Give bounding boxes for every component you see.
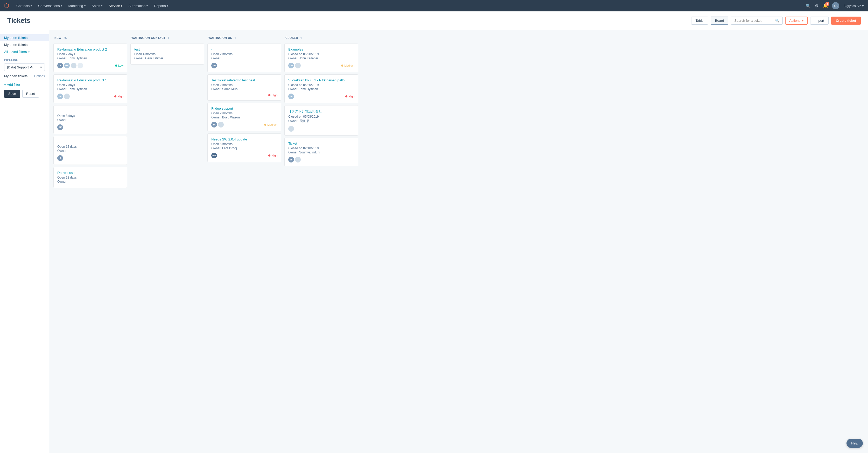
pipeline-select[interactable]: [Data] Support Pi... ▾ [4,64,45,71]
filter-section: My open tickets Options [0,72,49,82]
card-priority: High [268,94,277,97]
card-footer [288,126,354,132]
avatar-1 [295,157,301,162]
sidebar-item-my-open-tickets-1[interactable]: My open tickets [0,34,49,41]
user-menu[interactable]: Biglytics AP ▾ [843,4,864,8]
nav-contacts[interactable]: Contacts ▾ [13,0,35,11]
search-input[interactable] [734,19,773,23]
card-waiting-us-3[interactable]: Needs SW 2.0.4 updateOpen 5 monthsOwner:… [208,133,281,162]
notifications-icon[interactable]: 🔔 3 [823,3,828,8]
card-closed-0[interactable]: ExamplesClosed on 05/20/2019Owner: John … [284,43,358,72]
avatar-0: SF [288,157,294,162]
column-title-waiting-contact: WAITING ON CONTACT [131,36,166,39]
card-footer: AK [57,124,123,130]
priority-label: High [118,95,123,98]
header-actions: Table Board 🔍 Actions ▾ Import Create ti… [691,17,861,25]
save-button[interactable]: Save [4,90,20,98]
card-footer: HMHigh [211,153,277,158]
card-open: Open 7 days [57,83,123,87]
card-closed-1[interactable]: Vuoreksen koulu 1 - Rikkinäinen palloClo… [284,74,358,103]
pipeline-caret: ▾ [40,65,42,69]
nav-right-section: 🔍 ⚙ 🔔 3 BA Biglytics AP ▾ [806,2,864,9]
card-title: Ticket [288,141,354,145]
card-waiting-us-0[interactable]: -Open 2 monthsOwner:PP [208,43,281,72]
avatar-0: LW [288,63,294,68]
card-waiting-us-1[interactable]: Test ticket related to test dealOpen 2 m… [208,74,281,101]
contacts-caret: ▾ [31,4,32,7]
card-owner: Owner: [57,118,123,122]
create-ticket-button[interactable]: Create ticket [831,17,861,25]
sidebar-item-my-open-tickets-2[interactable]: My open tickets [0,41,49,48]
sidebar-all-filters[interactable]: All saved filters > [0,48,49,55]
page-header: Tickets Table Board 🔍 Actions ▾ Import C… [0,11,868,30]
marketing-caret: ▾ [84,4,86,7]
card-new-2[interactable]: .Open 8 daysOwner:AK [53,105,127,134]
add-filter-button[interactable]: + Add filter [0,82,49,88]
nav-marketing[interactable]: Marketing ▾ [65,0,88,11]
sales-caret: ▾ [101,4,102,7]
notification-badge: 3 [825,2,829,6]
settings-icon[interactable]: ⚙ [815,3,818,8]
column-title-closed: CLOSED [285,36,298,39]
card-title: Darren issue [57,171,123,175]
card-title: 【テスト】電話問合せ [288,109,354,114]
nav-service[interactable]: Service ▾ [105,0,125,11]
column-waiting-us: WAITING ON US4-Open 2 monthsOwner:PPTest… [208,34,281,449]
board-view-button[interactable]: Board [711,17,728,25]
column-header-waiting-contact: WAITING ON CONTACT1 [130,34,204,41]
card-owner: Owner: Tomi Hyttinen [57,57,123,60]
avatar[interactable]: BA [832,2,839,9]
card-open: Closed on 02/18/2019 [288,147,354,150]
card-avatars: DKHE [57,63,83,68]
card-new-1[interactable]: Reklamaatio Education product 1Open 7 da… [53,74,127,103]
column-title-waiting-us: WAITING ON US [209,36,232,39]
card-title: Vuoreksen koulu 1 - Rikkinäinen pallo [288,78,354,82]
card-footer: HEHigh [57,94,123,99]
actions-button[interactable]: Actions ▾ [785,17,808,25]
card-open: Open 4 months [134,52,200,56]
card-new-0[interactable]: Reklamaatio Education product 2Open 7 da… [53,43,127,72]
search-box[interactable]: 🔍 [731,17,783,25]
priority-dot [268,155,270,157]
nav-automation[interactable]: Automation ▾ [125,0,151,11]
card-open: Open 12 days [57,145,123,149]
card-footer: LWMedium [288,63,354,68]
column-cards-waiting-us: -Open 2 monthsOwner:PPTest ticket relate… [208,43,281,449]
actions-caret: ▾ [802,19,804,23]
avatar-0: DK [57,63,63,68]
options-button[interactable]: Options [34,74,45,78]
hubspot-logo[interactable]: ⬡ [4,2,9,9]
card-closed-2[interactable]: 【テスト】電話問合せClosed on 05/08/2019Owner: 長瀬 … [284,105,358,135]
column-cards-closed: ExamplesClosed on 05/20/2019Owner: John … [284,43,358,449]
nav-conversations[interactable]: Conversations ▾ [35,0,65,11]
card-title: Reklamaatio Education product 2 [57,47,123,51]
column-header-waiting-us: WAITING ON US4 [208,34,281,41]
card-open: Open 7 days [57,52,123,56]
import-button[interactable]: Import [810,17,829,25]
card-new-3[interactable]: .Open 12 daysOwner:HL [53,136,127,165]
card-open: Closed on 05/20/2019 [288,83,354,87]
column-cards-new: Reklamaatio Education product 2Open 7 da… [53,43,127,449]
help-button[interactable]: Help [846,439,863,448]
avatar-2 [71,63,76,68]
search-icon[interactable]: 🔍 [806,3,811,8]
priority-dot [115,65,117,67]
reset-button[interactable]: Reset [22,90,39,98]
nav-sales[interactable]: Sales ▾ [89,0,106,11]
card-title: - [211,47,277,51]
nav-reports[interactable]: Reports ▾ [151,0,172,11]
card-closed-3[interactable]: TicketClosed on 02/18/2019Owner: Soumya … [284,138,358,166]
card-footer: HEHigh [288,94,354,99]
card-waiting-us-2[interactable]: Fridge supportOpen 2 monthsOwner: Boyd W… [208,103,281,131]
card-avatars: LW [288,63,301,68]
card-title: Fridge support [211,106,277,110]
card-avatars: HL [57,155,63,161]
table-view-button[interactable]: Table [691,17,708,25]
card-title: Needs SW 2.0.4 update [211,137,277,141]
card-new-4[interactable]: Darren issueOpen 13 daysOwner: [53,167,127,188]
card-waiting-contact-0[interactable]: testOpen 4 monthsOwner: Gem Latimer [130,43,204,65]
card-owner: Owner: Tomi Hyttinen [288,87,354,91]
conversations-caret: ▾ [61,4,62,7]
card-avatars: SF [288,157,301,162]
card-title: . [57,109,123,113]
